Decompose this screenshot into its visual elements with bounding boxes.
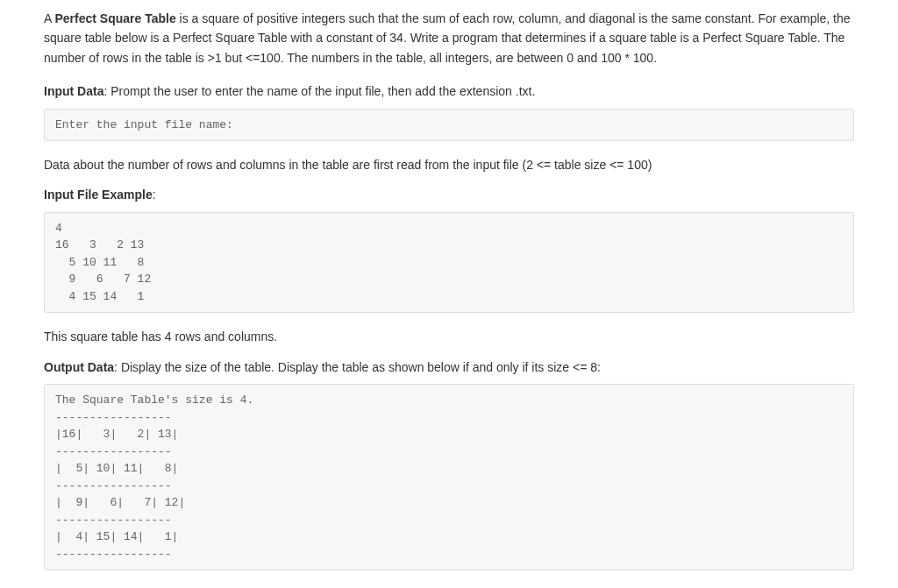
output-data-label: Output Data: Display the size of the tab…: [44, 358, 854, 377]
code-output-example-block: The Square Table's size is 4. ----------…: [44, 384, 854, 570]
rows-desc: This square table has 4 rows and columns…: [44, 327, 854, 346]
intro-paragraph: A Perfect Square Table is a square of po…: [44, 9, 854, 67]
input-data-bold: Input Data: [44, 84, 103, 98]
input-file-example-label: Input File Example:: [44, 185, 854, 204]
perfect-square-term: Perfect Square Table: [54, 11, 175, 25]
input-data-text: : Prompt the user to enter the name of t…: [103, 84, 535, 98]
input-file-example-colon: :: [153, 188, 156, 202]
output-data-bold: Output Data: [44, 360, 114, 374]
code-input-example-block: 4 16 3 2 13 5 10 11 8 9 6 7 12 4 15 14 1: [44, 212, 854, 314]
intro-prefix: A: [44, 11, 54, 25]
code-prompt-block: Enter the input file name:: [44, 109, 854, 142]
input-data-label: Input Data: Prompt the user to enter the…: [44, 81, 854, 101]
output-data-text: : Display the size of the table. Display…: [114, 360, 601, 374]
input-file-example-bold: Input File Example: [44, 188, 153, 202]
input-file-desc: Data about the number of rows and column…: [44, 155, 854, 174]
